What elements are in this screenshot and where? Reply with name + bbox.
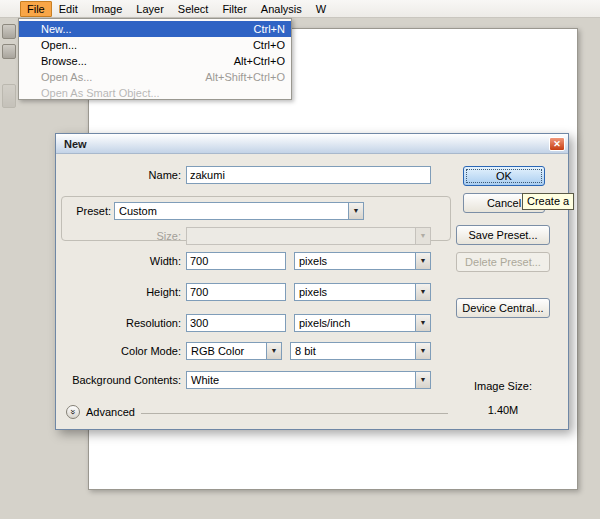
image-size-label: Image Size: xyxy=(456,380,550,392)
color-mode-value: RGB Color xyxy=(191,345,244,357)
menu-item-new[interactable]: New... Ctrl+N xyxy=(19,21,291,37)
menu-item-label: New... xyxy=(41,23,72,35)
background-contents-label: Background Contents: xyxy=(56,371,181,389)
size-label: Size: xyxy=(56,227,181,245)
chevron-expand-icon: » xyxy=(67,409,79,414)
dialog-title: New xyxy=(64,138,87,150)
chevron-down-icon[interactable]: ▼ xyxy=(415,343,430,359)
ok-button[interactable]: OK xyxy=(463,166,545,186)
menu-item-open-as[interactable]: Open As... Alt+Shift+Ctrl+O xyxy=(19,69,291,85)
menu-item-shortcut: Ctrl+O xyxy=(253,37,285,53)
resolution-input[interactable] xyxy=(186,314,286,332)
size-select: ▼ xyxy=(186,227,431,245)
preset-label: Preset: xyxy=(56,202,111,220)
color-mode-label: Color Mode: xyxy=(56,342,181,360)
resolution-unit-value: pixels/inch xyxy=(299,317,350,329)
advanced-expand-button[interactable]: » xyxy=(66,405,80,419)
device-central-button[interactable]: Device Central... xyxy=(456,298,550,318)
file-menu-dropdown: New... Ctrl+N Open... Ctrl+O Browse... A… xyxy=(18,18,292,100)
height-unit-value: pixels xyxy=(299,286,327,298)
menu-item-label: Open... xyxy=(41,39,77,51)
menu-select[interactable]: Select xyxy=(171,1,216,17)
menu-filter[interactable]: Filter xyxy=(215,1,253,17)
menu-analysis[interactable]: Analysis xyxy=(254,1,309,17)
menu-item-shortcut: Ctrl+N xyxy=(254,21,285,37)
chevron-down-icon[interactable]: ▼ xyxy=(415,315,430,331)
width-label: Width: xyxy=(56,252,181,270)
preset-select[interactable]: Custom ▼ xyxy=(114,202,364,220)
dialog-titlebar[interactable]: New ✕ xyxy=(56,134,568,154)
menu-item-open-as-smart-object[interactable]: Open As Smart Object... xyxy=(19,85,291,100)
menu-item-label: Open As... xyxy=(41,71,92,83)
chevron-down-icon[interactable]: ▼ xyxy=(348,203,363,219)
width-input[interactable] xyxy=(186,252,286,270)
menu-file[interactable]: File xyxy=(20,1,52,17)
menubar: File Edit Image Layer Select Filter Anal… xyxy=(0,0,600,18)
chevron-down-icon[interactable]: ▼ xyxy=(415,253,430,269)
toolbox-tool-icon[interactable] xyxy=(2,84,16,108)
image-size-value: 1.40M xyxy=(456,404,550,416)
menu-item-open[interactable]: Open... Ctrl+O xyxy=(19,37,291,53)
preset-value: Custom xyxy=(119,205,157,217)
advanced-label: Advanced xyxy=(86,403,135,421)
bit-depth-select[interactable]: 8 bit ▼ xyxy=(290,342,431,360)
save-preset-button[interactable]: Save Preset... xyxy=(456,225,550,245)
menu-edit[interactable]: Edit xyxy=(52,1,85,17)
menu-image[interactable]: Image xyxy=(85,1,130,17)
background-contents-select[interactable]: White ▼ xyxy=(186,371,431,389)
advanced-divider xyxy=(141,413,448,414)
name-input[interactable] xyxy=(186,166,431,184)
menu-item-browse[interactable]: Browse... Alt+Ctrl+O xyxy=(19,53,291,69)
menu-item-shortcut: Alt+Shift+Ctrl+O xyxy=(205,69,285,85)
toolbox-tool-icon[interactable] xyxy=(2,44,16,59)
menu-layer[interactable]: Layer xyxy=(129,1,171,17)
chevron-down-icon: ▼ xyxy=(415,228,430,244)
chevron-down-icon[interactable]: ▼ xyxy=(415,372,430,388)
chevron-down-icon[interactable]: ▼ xyxy=(266,343,281,359)
new-document-dialog: New ✕ Name: OK Cancel Preset: Custom ▼ S… xyxy=(55,133,569,430)
resolution-label: Resolution: xyxy=(56,314,181,332)
tooltip: Create a xyxy=(522,193,574,210)
menu-item-shortcut: Alt+Ctrl+O xyxy=(234,53,285,69)
close-icon[interactable]: ✕ xyxy=(549,137,565,151)
toolbox-tool-icon[interactable] xyxy=(2,24,16,39)
menu-item-label: Browse... xyxy=(41,55,87,67)
menu-window-truncated[interactable]: W xyxy=(309,1,333,17)
background-contents-value: White xyxy=(191,374,219,386)
height-input[interactable] xyxy=(186,283,286,301)
bit-depth-value: 8 bit xyxy=(295,345,316,357)
menu-item-label: Open As Smart Object... xyxy=(41,87,160,99)
delete-preset-button: Delete Preset... xyxy=(456,252,550,272)
resolution-unit-select[interactable]: pixels/inch ▼ xyxy=(294,314,431,332)
width-unit-value: pixels xyxy=(299,255,327,267)
chevron-down-icon[interactable]: ▼ xyxy=(415,284,430,300)
width-unit-select[interactable]: pixels ▼ xyxy=(294,252,431,270)
name-label: Name: xyxy=(56,166,181,184)
toolbox-strip xyxy=(0,18,18,138)
height-unit-select[interactable]: pixels ▼ xyxy=(294,283,431,301)
height-label: Height: xyxy=(56,283,181,301)
color-mode-select[interactable]: RGB Color ▼ xyxy=(186,342,282,360)
